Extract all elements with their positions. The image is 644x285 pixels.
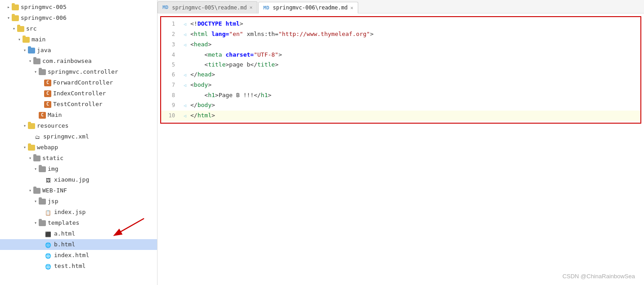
folder-icon bbox=[12, 15, 19, 21]
sidebar-label: ForwardController bbox=[53, 78, 113, 87]
line-gutter: ◁ bbox=[181, 70, 189, 80]
line-gutter: ◁ bbox=[181, 101, 189, 111]
sidebar-label: templates bbox=[48, 218, 79, 227]
sidebar-item-jsp[interactable]: jsp bbox=[0, 196, 157, 207]
tab-close-button[interactable]: ✕ bbox=[350, 5, 353, 11]
chevron-icon bbox=[5, 13, 12, 22]
folder-icon bbox=[28, 123, 35, 129]
sidebar-item-resources[interactable]: resources bbox=[0, 120, 157, 131]
folder-icon bbox=[28, 145, 35, 151]
sidebar-label: springmvc.controller bbox=[48, 67, 118, 76]
chevron-icon bbox=[27, 186, 33, 195]
line-number: 7 bbox=[161, 80, 181, 90]
folder-icon bbox=[28, 48, 35, 53]
html-icon: 🌐 bbox=[44, 252, 52, 259]
sidebar-item-webapp[interactable]: webapp bbox=[0, 142, 157, 153]
sidebar-label: IndexController bbox=[53, 89, 106, 98]
line-content: </html> bbox=[189, 111, 640, 120]
chevron-icon bbox=[27, 154, 33, 163]
line-gutter: ◁ bbox=[181, 30, 189, 40]
chevron-icon bbox=[32, 218, 39, 227]
sidebar-label: jsp bbox=[48, 197, 58, 206]
sidebar-item-index-controller[interactable]: IndexController bbox=[0, 88, 157, 99]
line-gutter: ◁ bbox=[181, 80, 189, 90]
sidebar-label: static bbox=[42, 154, 63, 163]
tab-springmvc-006-readme[interactable]: MD springmvc-006\readme.md ✕ bbox=[258, 2, 358, 13]
folder-icon bbox=[39, 69, 46, 75]
sidebar-label: TestController bbox=[53, 100, 103, 109]
line-gutter: ◁ bbox=[181, 19, 189, 29]
chevron-icon bbox=[32, 197, 39, 206]
line-number: 3 bbox=[161, 40, 181, 49]
sidebar-item-src[interactable]: src bbox=[0, 23, 157, 34]
line-content: <html lang="en" xmlns:th="http://www.thy… bbox=[189, 29, 640, 39]
chevron-icon bbox=[5, 3, 12, 12]
sidebar-item-forward-controller[interactable]: ForwardController bbox=[0, 77, 157, 88]
html-icon: 🌐 bbox=[44, 241, 52, 248]
sidebar-item-xiaomu-jpg[interactable]: 🖼 xiaomu.jpg bbox=[0, 174, 157, 185]
sidebar-item-com-rainbowsea[interactable]: com.rainbowsea bbox=[0, 56, 157, 67]
sidebar-item-b-html[interactable]: 🌐 b.html bbox=[0, 239, 157, 250]
tab-close-button[interactable]: ✕ bbox=[249, 4, 252, 10]
sidebar-item-index-jsp[interactable]: 📋 index.jsp bbox=[0, 207, 157, 218]
line-content: </body> bbox=[189, 100, 640, 110]
folder-icon bbox=[33, 156, 41, 161]
sidebar-label: com.rainbowsea bbox=[42, 57, 92, 66]
folder-icon bbox=[17, 26, 24, 32]
sidebar-item-webinf[interactable]: WEB-INF bbox=[0, 185, 157, 196]
sidebar-item-springmvc-006[interactable]: springmvc-006 bbox=[0, 13, 157, 23]
editor-area: MD springmvc-005\readme.md ✕ MD springmv… bbox=[158, 0, 644, 285]
line-content: <title>page b</title> bbox=[189, 60, 640, 70]
html-icon: 🌐 bbox=[44, 263, 52, 270]
folder-icon bbox=[39, 220, 46, 226]
file-tree: springmvc-005 springmvc-006 src main jav… bbox=[0, 0, 158, 285]
sidebar-label: b.html bbox=[54, 240, 75, 249]
sidebar-item-springmvc-005[interactable]: springmvc-005 bbox=[0, 2, 157, 13]
line-content: <head> bbox=[189, 40, 640, 49]
line-number: 6 bbox=[161, 70, 181, 80]
sidebar-item-main[interactable]: main bbox=[0, 34, 157, 45]
line-gutter: ◁ bbox=[181, 40, 189, 50]
sidebar-label: springmvc.xml bbox=[43, 132, 89, 141]
sidebar-label: java bbox=[37, 46, 51, 55]
code-content: 1◁<!DOCTYPE html>2◁<html lang="en" xmlns… bbox=[158, 13, 644, 285]
line-content: <body> bbox=[189, 80, 640, 90]
line-content: <meta charset="UTF-8"> bbox=[189, 50, 640, 60]
sidebar-item-a-html[interactable]: ⬛ a.html bbox=[0, 228, 157, 239]
sidebar-item-index-html[interactable]: 🌐 index.html bbox=[0, 250, 157, 261]
sidebar-label: img bbox=[48, 165, 58, 174]
class-icon bbox=[44, 90, 51, 97]
sidebar-item-test-controller[interactable]: TestController bbox=[0, 99, 157, 110]
chevron-icon bbox=[27, 57, 33, 66]
sidebar-label: index.html bbox=[54, 251, 89, 260]
sidebar-item-main-class[interactable]: Main bbox=[0, 110, 157, 120]
sidebar-item-img[interactable]: img bbox=[0, 164, 157, 174]
line-number: 10 bbox=[161, 111, 181, 120]
folder-icon bbox=[39, 199, 46, 205]
sidebar-label: index.jsp bbox=[54, 208, 86, 217]
class-icon bbox=[44, 80, 51, 86]
tab-bar: MD springmvc-005\readme.md ✕ MD springmv… bbox=[158, 0, 644, 13]
tab-label: springmvc-006\readme.md bbox=[273, 4, 347, 11]
sidebar-label: a.html bbox=[54, 229, 75, 238]
xml-icon: 🗂 bbox=[33, 133, 41, 140]
image-icon: 🖼 bbox=[44, 176, 52, 183]
md-icon: MD bbox=[162, 4, 168, 10]
chevron-icon bbox=[16, 35, 23, 44]
line-content: <h1>Page B !!!</h1> bbox=[189, 90, 640, 100]
sidebar-item-java[interactable]: java bbox=[0, 45, 157, 56]
sidebar-item-static[interactable]: static bbox=[0, 153, 157, 164]
line-content: <!DOCTYPE html> bbox=[189, 19, 640, 29]
folder-icon bbox=[12, 4, 19, 10]
tab-springmvc-005-readme[interactable]: MD springmvc-005\readme.md ✕ bbox=[158, 1, 257, 13]
chevron-icon bbox=[32, 67, 39, 76]
sidebar-item-test-html[interactable]: 🌐 test.html bbox=[0, 261, 157, 272]
sidebar-item-springmvc-xml[interactable]: 🗂 springmvc.xml bbox=[0, 131, 157, 142]
sidebar-item-springmvc-controller[interactable]: springmvc.controller bbox=[0, 67, 157, 77]
code-highlight-box: 1◁<!DOCTYPE html>2◁<html lang="en" xmlns… bbox=[160, 16, 641, 124]
sidebar-label: springmvc-006 bbox=[21, 13, 67, 22]
jsp-icon: 📋 bbox=[44, 209, 52, 216]
md-icon: MD bbox=[263, 5, 269, 11]
sidebar-item-templates[interactable]: templates bbox=[0, 218, 157, 228]
sidebar-label: src bbox=[26, 24, 36, 33]
